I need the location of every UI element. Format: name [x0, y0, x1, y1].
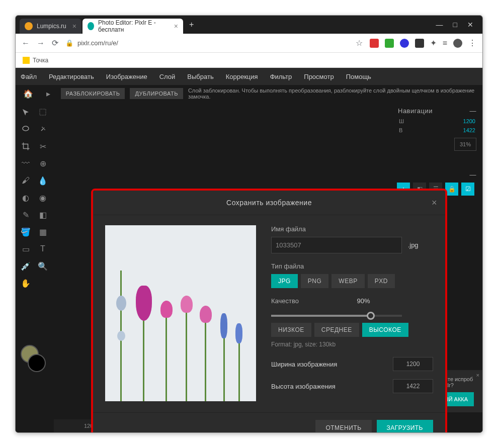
save-dialog: Сохранить изображение ×: [93, 191, 445, 432]
gradient-tool-icon[interactable]: ▦: [35, 224, 51, 240]
type-png-button[interactable]: PNG: [301, 274, 329, 288]
liquify-tool-icon[interactable]: 〰: [18, 155, 34, 171]
collapse-icon[interactable]: —: [470, 107, 477, 115]
zoom-tool-icon[interactable]: 🔍: [35, 258, 51, 274]
eyedropper-tool-icon[interactable]: 💉: [18, 258, 34, 274]
hand-tool-icon[interactable]: ✋: [18, 275, 34, 291]
background-color[interactable]: [28, 354, 46, 372]
brush-tool-icon[interactable]: 🖌: [18, 172, 34, 189]
save-form: Имя файла .jpg Тип файла JPG PNG WEBP PX…: [271, 225, 433, 402]
dodge-tool-icon[interactable]: ◐: [18, 190, 34, 206]
text-tool-icon[interactable]: T: [35, 241, 51, 257]
type-pxd-button[interactable]: PXD: [368, 274, 395, 288]
filetype-label: Тип файла: [271, 262, 433, 270]
close-icon[interactable]: ✕: [467, 21, 473, 29]
tools-panel: ✂ 〰 ⊕ 🖌 💧 ◐ ◉ ✎ ◧ 🪣 ▦ ▭ T 💉 🔍 ✋: [16, 102, 54, 432]
close-icon[interactable]: ×: [174, 22, 178, 30]
crop-tool-icon[interactable]: [18, 138, 34, 154]
width-input[interactable]: [393, 357, 433, 371]
ext-icon[interactable]: [400, 39, 409, 48]
type-webp-button[interactable]: WEBP: [331, 274, 364, 288]
move-tool-icon[interactable]: [18, 104, 34, 120]
maximize-icon[interactable]: □: [453, 21, 457, 29]
lasso-tool-icon[interactable]: [18, 121, 34, 137]
menu-edit[interactable]: Редактировать: [49, 73, 94, 80]
menu-file[interactable]: Файл: [21, 73, 37, 80]
nav-panel-header[interactable]: Навигации —: [395, 105, 479, 117]
list-icon[interactable]: ≡: [443, 39, 447, 48]
app-menubar: Файл Редактировать Изображение Слой Выбр…: [16, 68, 482, 85]
save-button[interactable]: ЗАГРУЗИТЬ: [377, 420, 433, 432]
wand-tool-icon[interactable]: [35, 121, 51, 137]
menu-layer[interactable]: Слой: [159, 73, 176, 80]
menu-image[interactable]: Изображение: [106, 73, 147, 80]
menu-select[interactable]: Выбрать: [187, 73, 213, 80]
shape-tool-icon[interactable]: ▭: [18, 241, 34, 257]
back-icon[interactable]: ←: [22, 39, 30, 48]
fill-tool-icon[interactable]: 🪣: [18, 224, 34, 240]
duplicate-button[interactable]: ДУБЛИРОВАТЬ: [130, 88, 183, 99]
address-bar: ← → ⟳ 🔒 pixlr.com/ru/e/ ☆ ✦ ≡ ⋮: [16, 34, 482, 53]
clone-tool-icon[interactable]: ⊕: [35, 155, 51, 171]
tab-pixlr[interactable]: Photo Editor: Pixlr E - бесплатн ×: [82, 19, 183, 34]
forward-icon[interactable]: →: [37, 39, 45, 48]
svg-point-1: [23, 126, 29, 131]
dialog-title: Сохранить изображение ×: [93, 191, 445, 215]
layers-panel-header[interactable]: —: [395, 169, 479, 181]
new-tab-button[interactable]: +: [189, 20, 194, 29]
star-icon[interactable]: ☆: [356, 38, 363, 48]
tab-lumpics[interactable]: Lumpics.ru ×: [20, 19, 81, 34]
quality-high-button[interactable]: ВЫСОКОЕ: [362, 323, 408, 337]
dialog-body: Имя файла .jpg Тип файла JPG PNG WEBP PX…: [93, 215, 445, 412]
bookmark-item[interactable]: Точка: [33, 57, 48, 64]
blur-tool-icon[interactable]: 💧: [35, 172, 51, 189]
ext-icon[interactable]: [415, 39, 424, 48]
filename-input[interactable]: [271, 237, 402, 253]
panel-title: Навигации: [398, 107, 433, 115]
home-icon[interactable]: 🏠: [21, 85, 36, 102]
reload-icon[interactable]: ⟳: [52, 38, 58, 48]
cut-tool-icon[interactable]: ✂: [35, 138, 51, 154]
menu-adjust[interactable]: Коррекция: [226, 73, 258, 80]
minimize-icon[interactable]: —: [436, 21, 443, 29]
quality-med-button[interactable]: СРЕДНЕЕ: [314, 323, 359, 337]
options-bar: 🏠 ▸ РАЗБЛОКИРОВАТЬ ДУБЛИРОВАТЬ Слой забл…: [16, 85, 482, 102]
ext-icon[interactable]: [370, 39, 379, 48]
cursor-icon[interactable]: ▸: [41, 85, 56, 102]
url-field[interactable]: 🔒 pixlr.com/ru/e/: [65, 39, 349, 47]
quality-low-button[interactable]: НИЗКОЕ: [271, 323, 311, 337]
menu-help[interactable]: Помощь: [346, 73, 371, 80]
url-text: pixlr.com/ru/e/: [77, 39, 118, 47]
menu-filter[interactable]: Фильтр: [270, 73, 292, 80]
eraser-tool-icon[interactable]: ◧: [35, 207, 51, 223]
cancel-button[interactable]: ОТМЕНИТЬ: [315, 420, 371, 432]
visible-layer-icon[interactable]: ☑: [461, 183, 474, 196]
tab-label: Lumpics.ru: [37, 23, 66, 30]
puzzle-icon[interactable]: ✦: [430, 38, 437, 48]
zoom-value[interactable]: 31%: [454, 138, 476, 151]
pen-tool-icon[interactable]: ✎: [18, 207, 34, 223]
close-icon[interactable]: ×: [476, 372, 479, 378]
bookmarks-bar: Точка: [16, 53, 482, 68]
close-icon[interactable]: ×: [432, 198, 437, 208]
ext-icon[interactable]: [385, 39, 394, 48]
collapse-icon[interactable]: —: [470, 171, 477, 178]
unlock-button[interactable]: РАЗБЛОКИРОВАТЬ: [61, 88, 125, 99]
height-label: Высота изображения: [271, 383, 393, 390]
marquee-tool-icon[interactable]: [35, 104, 51, 120]
sponge-tool-icon[interactable]: ◉: [35, 190, 51, 206]
type-jpg-button[interactable]: JPG: [271, 274, 298, 288]
window-controls: — □ ✕: [436, 21, 478, 29]
svg-rect-0: [40, 109, 46, 115]
highlight-box: Сохранить изображение ×: [91, 189, 447, 432]
menu-icon[interactable]: ⋮: [468, 38, 476, 48]
close-icon[interactable]: ×: [72, 22, 76, 30]
pixlr-app: Файл Редактировать Изображение Слой Выбр…: [16, 68, 482, 432]
height-input[interactable]: [393, 379, 433, 393]
menu-view[interactable]: Просмотр: [304, 73, 334, 80]
width-label: Ширина изображения: [271, 361, 393, 368]
avatar[interactable]: [453, 39, 462, 48]
titlebar: Lumpics.ru × Photo Editor: Pixlr E - бес…: [16, 16, 482, 34]
color-swatches[interactable]: [21, 345, 46, 372]
quality-slider[interactable]: [271, 315, 402, 317]
